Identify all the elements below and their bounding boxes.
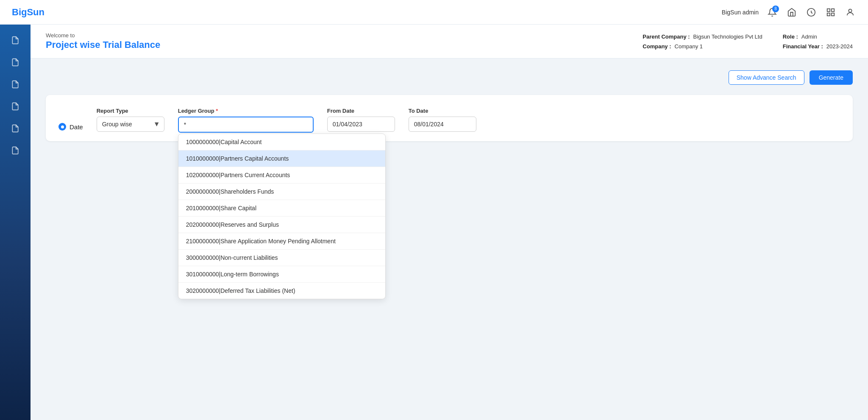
sidebar-item-5[interactable] [6,120,24,136]
required-star: * [216,108,218,114]
parent-company-row: Parent Company : Bigsun Technologies Pvt… [643,33,762,40]
ledger-group-dropdown: 1000000000|Capital Account 1010000000|Pa… [178,134,386,299]
meta-group-right: Role : Admin Financial Year : 2023-2024 [783,33,853,50]
report-type-field: Report Type Group wise Ledger wise ▼ [97,108,164,132]
sidebar-item-3[interactable] [6,76,24,92]
dropdown-item-7[interactable]: 3000000000|Non-current Liabilities [178,250,385,266]
sidebar-item-6[interactable] [6,142,24,159]
report-type-select[interactable]: Group wise Ledger wise [97,117,164,132]
date-radio-button[interactable] [58,123,66,131]
dropdown-item-9[interactable]: 3020000000|Deferred Tax Liabilities (Net… [178,283,385,299]
role-label: Role : [783,33,798,40]
role-row: Role : Admin [783,33,853,40]
grid-icon[interactable] [825,6,837,18]
to-date-field: To Date [409,108,476,132]
generate-button[interactable]: Generate [810,70,853,85]
dropdown-item-2[interactable]: 1020000000|Partners Current Accounts [178,167,385,184]
parent-company-label: Parent Company : [643,33,690,40]
nav-right: BigSun admin 8 [722,6,856,18]
financial-year-value: 2023-2024 [826,43,853,50]
ledger-group-field: Ledger Group * 1000000000|Capital Accoun… [178,108,314,133]
report-type-label: Report Type [97,108,164,114]
speedometer-icon[interactable] [805,6,817,18]
form-section: Date Report Type Group wise Ledger wise … [46,95,853,141]
svg-rect-2 [832,8,834,11]
sidebar-item-4[interactable] [6,98,24,114]
username-label: BigSun admin [722,9,759,16]
from-date-label: From Date [327,108,395,114]
page-title: Project wise Trial Balance [46,39,160,50]
company-label: Company : [643,43,671,50]
meta-group-left: Parent Company : Bigsun Technologies Pvt… [643,33,762,50]
notification-badge: 8 [772,6,779,12]
home-icon[interactable] [786,6,798,18]
sidebar-item-1[interactable] [6,32,24,48]
content-area: Show Advance Search Generate Date Report… [31,58,868,416]
date-radio-group[interactable]: Date [58,123,83,131]
dropdown-item-3[interactable]: 2000000000|Shareholders Funds [178,184,385,200]
top-navigation: BigSun BigSun admin 8 [0,0,868,25]
to-date-label: To Date [409,108,476,114]
user-icon[interactable] [844,6,856,18]
page-header: Welcome to Project wise Trial Balance Pa… [31,25,868,58]
form-row: Date Report Type Group wise Ledger wise … [58,108,840,133]
toolbar-row: Show Advance Search Generate [46,70,853,85]
bell-icon[interactable]: 8 [766,6,778,18]
company-value: Company 1 [675,43,703,50]
show-advance-search-button[interactable]: Show Advance Search [729,70,804,85]
financial-year-label: Financial Year : [783,43,823,50]
dropdown-item-6[interactable]: 2100000000|Share Application Money Pendi… [178,233,385,250]
report-type-select-wrap: Group wise Ledger wise ▼ [97,117,164,132]
svg-rect-3 [827,13,830,15]
svg-rect-1 [827,8,830,11]
ledger-group-input[interactable] [178,117,314,133]
from-date-field: From Date [327,108,395,132]
date-radio-label: Date [70,123,83,131]
svg-rect-4 [832,13,834,15]
dropdown-item-5[interactable]: 2020000000|Reserves and Surplus [178,217,385,233]
to-date-input[interactable] [409,117,476,132]
page-header-left: Welcome to Project wise Trial Balance [46,32,160,50]
dropdown-item-8[interactable]: 3010000000|Long-term Borrowings [178,266,385,283]
ledger-group-label: Ledger Group * [178,108,314,114]
dropdown-item-0[interactable]: 1000000000|Capital Account [178,134,385,150]
dropdown-item-4[interactable]: 2010000000|Share Capital [178,200,385,217]
from-date-input[interactable] [327,117,395,132]
svg-point-5 [849,9,851,12]
dropdown-item-1[interactable]: 1010000000|Partners Capital Accounts [178,150,385,167]
financial-year-row: Financial Year : 2023-2024 [783,43,853,50]
sidebar [0,25,31,420]
brand-logo: BigSun [12,7,45,18]
role-value: Admin [801,33,817,40]
welcome-text: Welcome to [46,32,160,39]
parent-company-value: Bigsun Technologies Pvt Ltd [693,33,762,40]
main-content: Welcome to Project wise Trial Balance Pa… [31,25,868,420]
sidebar-item-2[interactable] [6,54,24,70]
company-row: Company : Company 1 [643,43,762,50]
page-header-right: Parent Company : Bigsun Technologies Pvt… [643,33,853,50]
